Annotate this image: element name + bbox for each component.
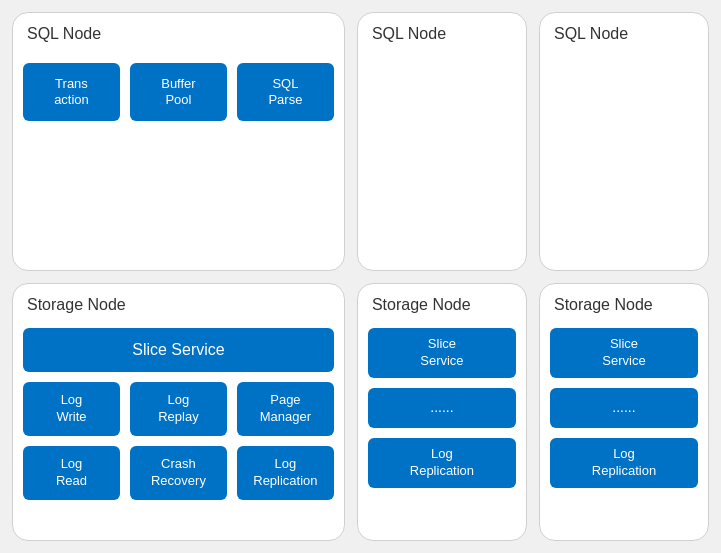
log-replication-btn[interactable]: Log Replication <box>237 446 334 500</box>
dots-3-btn[interactable]: ...... <box>550 388 698 428</box>
dots-2-btn[interactable]: ...... <box>368 388 516 428</box>
sql-buttons-row: Trans action Buffer Pool SQL Parse <box>23 63 334 121</box>
slice-service-2-btn[interactable]: Slice Service <box>368 328 516 378</box>
storage-small-2-content: Slice Service ...... Log Replication <box>368 328 516 488</box>
sql-node-3: SQL Node <box>539 12 709 271</box>
transaction-btn[interactable]: Trans action <box>23 63 120 121</box>
log-replay-btn[interactable]: Log Replay <box>130 382 227 436</box>
storage-node-2: Storage Node Slice Service ...... Log Re… <box>357 283 527 542</box>
storage-row1-btns: Log Write Log Replay Page Manager <box>23 382 334 436</box>
sql-parse-btn[interactable]: SQL Parse <box>237 63 334 121</box>
storage-small-3-content: Slice Service ...... Log Replication <box>550 328 698 488</box>
sql-node-large-title: SQL Node <box>23 25 101 43</box>
crash-recovery-btn[interactable]: Crash Recovery <box>130 446 227 500</box>
sql-node-2: SQL Node <box>357 12 527 271</box>
log-replication-3-btn[interactable]: Log Replication <box>550 438 698 488</box>
storage-node-2-title: Storage Node <box>368 296 471 314</box>
storage-node-large-title: Storage Node <box>23 296 126 314</box>
log-read-btn[interactable]: Log Read <box>23 446 120 500</box>
storage-node-large: Storage Node Slice Service Log Write Log… <box>12 283 345 542</box>
sql-node-3-title: SQL Node <box>550 25 628 43</box>
sql-row: SQL Node Trans action Buffer Pool SQL Pa… <box>12 12 709 271</box>
storage-large-content: Slice Service Log Write Log Replay Page … <box>23 328 334 500</box>
storage-node-3: Storage Node Slice Service ...... Log Re… <box>539 283 709 542</box>
sql-node-2-title: SQL Node <box>368 25 446 43</box>
log-write-btn[interactable]: Log Write <box>23 382 120 436</box>
buffer-pool-btn[interactable]: Buffer Pool <box>130 63 227 121</box>
slice-service-btn[interactable]: Slice Service <box>23 328 334 372</box>
page-manager-btn[interactable]: Page Manager <box>237 382 334 436</box>
log-replication-2-btn[interactable]: Log Replication <box>368 438 516 488</box>
storage-row: Storage Node Slice Service Log Write Log… <box>12 283 709 542</box>
storage-node-3-title: Storage Node <box>550 296 653 314</box>
slice-service-3-btn[interactable]: Slice Service <box>550 328 698 378</box>
sql-node-large: SQL Node Trans action Buffer Pool SQL Pa… <box>12 12 345 271</box>
storage-row2-btns: Log Read Crash Recovery Log Replication <box>23 446 334 500</box>
